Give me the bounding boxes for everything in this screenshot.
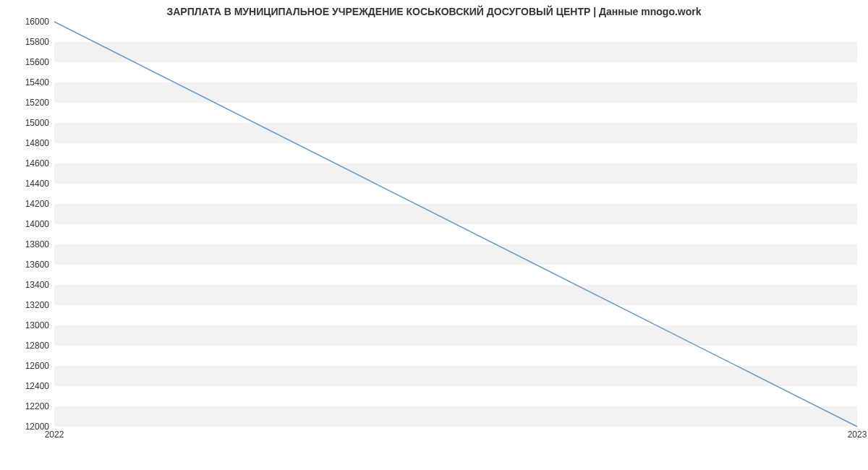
y-tick-label: 15200 [6,98,49,108]
y-tick-label: 15400 [6,77,49,87]
y-tick-label: 13600 [6,260,49,270]
y-tick-label: 12200 [6,401,49,411]
y-tick-label: 15600 [6,57,49,67]
y-tick-label: 14200 [6,199,49,209]
y-tick-label: 13000 [6,320,49,330]
y-tick-label: 14400 [6,179,49,189]
y-tick-label: 13400 [6,280,49,290]
data-line [54,22,857,427]
y-tick-label: 15000 [6,118,49,128]
y-tick-label: 12600 [6,361,49,371]
x-tick-label: 2023 [848,430,867,440]
chart-title: ЗАРПЛАТА В МУНИЦИПАЛЬНОЕ УЧРЕЖДЕНИЕ КОСЬ… [0,6,868,17]
y-tick-label: 16000 [6,17,49,27]
y-tick-label: 14600 [6,158,49,168]
y-tick-label: 15800 [6,37,49,47]
chart-container: ЗАРПЛАТА В МУНИЦИПАЛЬНОЕ УЧРЕЖДЕНИЕ КОСЬ… [0,0,868,470]
plot-area [54,22,857,427]
y-tick-label: 14000 [6,219,49,229]
y-tick-label: 13200 [6,300,49,310]
line-layer [54,22,857,427]
y-tick-label: 14800 [6,138,49,148]
y-tick-label: 12400 [6,381,49,391]
y-tick-label: 12000 [6,422,49,432]
y-tick-label: 13800 [6,239,49,249]
y-tick-label: 12800 [6,341,49,351]
x-tick-label: 2022 [45,430,64,440]
